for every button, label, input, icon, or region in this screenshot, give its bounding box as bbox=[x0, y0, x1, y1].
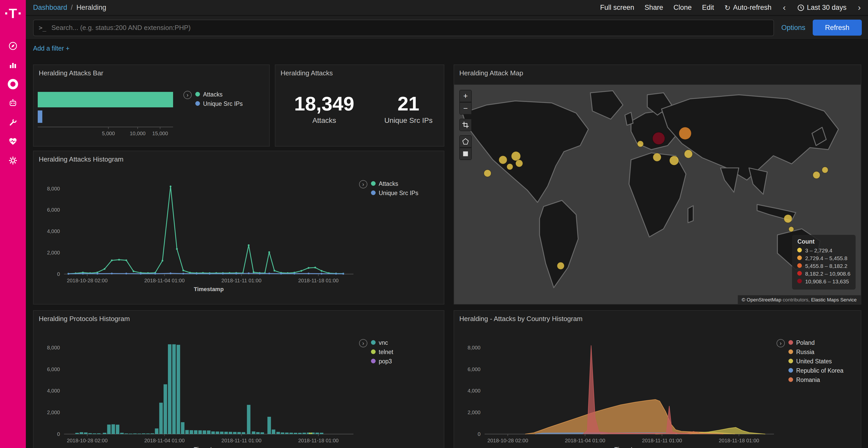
legend-item[interactable]: Attacks bbox=[371, 181, 418, 187]
legend-toggle-icon[interactable]: › bbox=[359, 339, 367, 347]
metric-value: 18,349 bbox=[275, 92, 373, 115]
svg-text:2018-11-04 01:00: 2018-11-04 01:00 bbox=[144, 278, 184, 283]
clone-button[interactable]: Clone bbox=[674, 4, 692, 11]
time-range-picker[interactable]: Last 30 days bbox=[797, 4, 846, 11]
legend-toggle-icon[interactable]: › bbox=[359, 180, 367, 188]
time-forward-chevron-icon[interactable]: › bbox=[857, 3, 862, 12]
svg-text:0: 0 bbox=[57, 431, 60, 437]
metric-value: 21 bbox=[373, 92, 444, 115]
panel-attacks-histogram: Heralding Attacks Histogram 02,0004,0006… bbox=[33, 151, 444, 305]
legend-item[interactable]: telnet bbox=[371, 349, 393, 355]
panel-attacks-metric: Heralding Attacks 18,349 Attacks 21 Uniq… bbox=[275, 65, 444, 146]
panel-attacks-bar: Heralding Attacks Bar 5,00010,00015,000 … bbox=[33, 65, 270, 146]
svg-text:8,000: 8,000 bbox=[47, 186, 60, 192]
protocols-histogram-chart[interactable]: 02,0004,0006,0008,0002018-10-28 02:00201… bbox=[34, 311, 445, 448]
legend-item[interactable]: Unique Src IPs bbox=[371, 190, 418, 196]
svg-text:2,000: 2,000 bbox=[468, 410, 480, 415]
honeypot-icon bbox=[8, 98, 18, 108]
svg-text:2018-11-18 01:00: 2018-11-18 01:00 bbox=[719, 438, 759, 443]
svg-text:8,000: 8,000 bbox=[47, 345, 60, 350]
metric-unique-src-ips: 21 Unique Src IPs bbox=[373, 92, 444, 125]
search-input[interactable] bbox=[51, 23, 768, 32]
legend-item[interactable]: pop3 bbox=[371, 358, 393, 365]
sidebar-item-dashboard[interactable] bbox=[0, 74, 26, 94]
map-legend-row: 8,182.2 – 10,908.6 bbox=[798, 271, 850, 277]
sidebar-item-honeypot[interactable] bbox=[0, 94, 26, 112]
logo-letter: T bbox=[9, 7, 17, 20]
legend-swatch bbox=[788, 349, 793, 354]
legend-item[interactable]: Republic of Korea bbox=[788, 368, 843, 374]
svg-text:Timestamp: Timestamp bbox=[194, 286, 224, 292]
svg-text:2018-11-11 01:00: 2018-11-11 01:00 bbox=[221, 278, 261, 283]
legend-swatch bbox=[788, 377, 793, 382]
breadcrumb-dashboard[interactable]: Dashboard bbox=[33, 4, 67, 11]
legend-item[interactable]: Romania bbox=[788, 377, 843, 383]
attacks-histogram-chart[interactable]: 02,0004,0006,0008,0002018-10-28 02:00201… bbox=[34, 151, 445, 305]
refresh-button[interactable]: Refresh bbox=[812, 20, 862, 36]
telekom-logo[interactable]: T bbox=[0, 0, 26, 27]
sidebar-item-visualize[interactable] bbox=[0, 55, 26, 74]
legend-item[interactable]: United States bbox=[788, 358, 843, 365]
map-legend: Count 3 – 2,729.42,729.4 – 5,455.85,455.… bbox=[792, 235, 856, 289]
panel-title: Heralding Attacks bbox=[275, 65, 444, 79]
zoom-in-button[interactable]: + bbox=[459, 90, 472, 102]
heartbeat-icon bbox=[8, 137, 18, 146]
sidebar-item-monitoring[interactable] bbox=[0, 132, 26, 151]
map-legend-row: 10,908.6 – 13,635 bbox=[798, 278, 850, 284]
options-link[interactable]: Options bbox=[781, 24, 805, 32]
svg-text:2018-11-11 01:00: 2018-11-11 01:00 bbox=[221, 438, 261, 443]
legend-toggle-icon[interactable]: › bbox=[777, 339, 785, 347]
edit-button[interactable]: Edit bbox=[702, 4, 714, 11]
legend-toggle-icon[interactable]: › bbox=[183, 91, 192, 99]
sidebar-item-management[interactable] bbox=[0, 151, 26, 170]
breadcrumb: Dashboard/Heralding bbox=[33, 4, 106, 11]
legend-item[interactable]: Russia bbox=[788, 349, 843, 355]
zoom-out-button[interactable]: − bbox=[459, 102, 472, 114]
legend-items: AttacksUnique Src IPs bbox=[195, 91, 243, 110]
map-attribution: © OpenStreetMap contributors, Elastic Ma… bbox=[738, 295, 861, 304]
panel-country-histogram: Heralding - Attacks by Country Histogram… bbox=[454, 310, 861, 448]
svg-text:2018-10-28 02:00: 2018-10-28 02:00 bbox=[488, 438, 528, 443]
legend-swatch bbox=[371, 181, 376, 186]
add-filter-link[interactable]: Add a filter + bbox=[33, 45, 69, 52]
query-prompt-icon: >_ bbox=[39, 24, 46, 31]
panel-protocols-histogram: Heralding Protocols Histogram 02,0004,00… bbox=[33, 310, 444, 448]
dashboard-icon bbox=[7, 78, 19, 90]
map-legend-row: 3 – 2,729.4 bbox=[798, 247, 850, 253]
logo-square bbox=[5, 12, 7, 14]
svg-text:2018-11-11 01:00: 2018-11-11 01:00 bbox=[642, 438, 682, 443]
legend-item[interactable]: Unique Src IPs bbox=[195, 101, 243, 107]
legend-items: AttacksUnique Src IPs bbox=[371, 181, 418, 199]
legend-item[interactable]: vnc bbox=[371, 340, 393, 346]
clock-icon bbox=[797, 4, 804, 11]
legend-item[interactable]: Poland bbox=[788, 340, 843, 346]
svg-text:2018-11-18 01:00: 2018-11-18 01:00 bbox=[298, 278, 338, 283]
legend-item[interactable]: Attacks bbox=[195, 91, 243, 98]
world-map[interactable]: + − Count 3 – 2,729.42,729.4 – 5,455.85,… bbox=[454, 84, 861, 304]
discover-icon bbox=[8, 41, 18, 50]
map-legend-title: Count bbox=[798, 238, 850, 245]
sidebar-item-dev-tools[interactable] bbox=[0, 112, 26, 132]
share-button[interactable]: Share bbox=[645, 4, 663, 11]
chart-legend: › PolandRussiaUnited StatesRepublic of K… bbox=[777, 339, 843, 386]
svg-text:2,000: 2,000 bbox=[47, 410, 60, 415]
svg-text:0: 0 bbox=[478, 431, 480, 437]
draw-rectangle-icon[interactable] bbox=[459, 148, 472, 160]
draw-polygon-icon[interactable] bbox=[459, 135, 472, 148]
map-controls: + − bbox=[459, 90, 472, 160]
full-screen-button[interactable]: Full screen bbox=[600, 4, 634, 11]
gear-icon bbox=[8, 156, 18, 165]
legend-swatch bbox=[371, 359, 376, 364]
crop-tool-icon[interactable] bbox=[459, 119, 472, 131]
svg-text:6,000: 6,000 bbox=[468, 367, 480, 372]
auto-refresh-button[interactable]: ↻Auto-refresh bbox=[724, 3, 771, 12]
sidebar-item-discover[interactable] bbox=[0, 36, 26, 55]
legend-swatch bbox=[371, 349, 376, 354]
map-legend-row: 2,729.4 – 5,455.8 bbox=[798, 255, 850, 261]
chart-legend: › AttacksUnique Src IPs bbox=[183, 91, 243, 110]
search-box: >_ bbox=[33, 20, 774, 36]
top-navbar: Dashboard/Heralding Full screen Share Cl… bbox=[26, 0, 868, 15]
time-back-chevron-icon[interactable]: ‹ bbox=[782, 3, 786, 12]
legend-swatch bbox=[195, 101, 200, 106]
filter-bar: Add a filter + bbox=[33, 43, 69, 53]
